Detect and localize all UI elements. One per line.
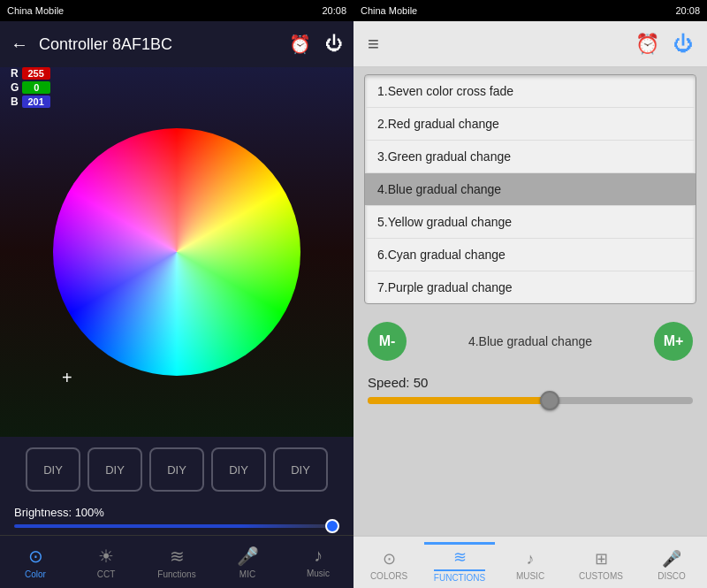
disco-nav-label: DISCO xyxy=(658,571,686,581)
right-nav-disco[interactable]: 🎤 DISCO xyxy=(636,537,707,588)
functions-list-container: 1.Seven color cross fade 2.Red gradual c… xyxy=(364,74,696,304)
left-top-bar: ← Controller 8AF1BC ⏰ ⏻ xyxy=(0,21,354,67)
music-right-nav-label: MUSIC xyxy=(516,571,544,581)
functions-right-nav-label: FUNCTIONS xyxy=(434,569,485,583)
diy-button-4[interactable]: DIY xyxy=(211,447,266,492)
brightness-section: Brightness: 100% xyxy=(0,502,354,535)
r-label-row: R 255 xyxy=(11,67,50,80)
left-nav-functions[interactable]: ≋ Functions xyxy=(141,536,212,588)
r-value: 255 xyxy=(22,67,50,80)
right-status-bar: China Mobile 20:08 xyxy=(354,0,707,21)
left-nav-music[interactable]: ♪ Music xyxy=(283,536,354,588)
color-wheel-container[interactable]: + xyxy=(0,67,354,437)
color-nav-label: Color xyxy=(25,569,46,579)
left-panel: China Mobile 20:08 ← Controller 8AF1BC ⏰… xyxy=(0,0,354,588)
left-nav-color[interactable]: ⊙ Color xyxy=(0,536,71,588)
function-item-4[interactable]: 4.Blue gradual change xyxy=(365,173,696,206)
right-top-bar: ≡ ⏰ ⏻ xyxy=(354,21,707,67)
diy-button-3[interactable]: DIY xyxy=(149,447,204,492)
g-label-row: G 0 xyxy=(11,81,50,94)
brightness-label: Brightness: 100% xyxy=(14,506,339,519)
right-power-icon[interactable]: ⏻ xyxy=(673,33,693,56)
function-item-7[interactable]: 7.Purple gradual change xyxy=(365,271,696,303)
g-letter: G xyxy=(11,81,19,94)
colors-nav-icon: ⊙ xyxy=(383,549,396,569)
function-item-2[interactable]: 2.Red gradual change xyxy=(365,108,696,141)
right-nav-music[interactable]: ♪ MUSIC xyxy=(495,537,566,588)
music-nav-icon: ♪ xyxy=(314,546,323,566)
disco-nav-icon: 🎤 xyxy=(662,549,681,569)
b-label-row: B 201 xyxy=(11,95,50,108)
right-time: 20:08 xyxy=(675,5,700,16)
right-panel: China Mobile 20:08 ≡ ⏰ ⏻ 1.Seven color c… xyxy=(354,0,707,588)
disco-indicator xyxy=(636,544,707,546)
cct-nav-label: CCT xyxy=(97,569,116,579)
colors-indicator xyxy=(354,544,424,546)
cct-nav-icon: ☀ xyxy=(98,546,114,567)
mic-nav-label: MIC xyxy=(239,569,255,579)
speed-slider[interactable] xyxy=(368,397,693,404)
speed-label: Speed: 50 xyxy=(368,375,693,390)
speed-fill xyxy=(368,397,546,404)
left-carrier: China Mobile xyxy=(7,5,64,16)
right-alarm-icon[interactable]: ⏰ xyxy=(635,33,659,56)
color-nav-icon: ⊙ xyxy=(28,546,43,567)
back-button[interactable]: ← xyxy=(11,34,28,55)
function-item-3[interactable]: 3.Green gradual change xyxy=(365,141,696,173)
customs-nav-icon: ⊞ xyxy=(595,549,608,569)
b-value: 201 xyxy=(22,95,50,108)
speed-thumb[interactable] xyxy=(540,391,559,410)
right-nav-customs[interactable]: ⊞ CUSTOMS xyxy=(566,537,636,588)
top-bar-icons: ⏰ ⏻ xyxy=(289,34,343,55)
diy-button-2[interactable]: DIY xyxy=(87,447,142,492)
functions-right-nav-icon: ≋ xyxy=(453,547,467,567)
r-letter: R xyxy=(11,67,19,80)
customs-indicator xyxy=(566,544,636,546)
m-minus-button[interactable]: M- xyxy=(368,322,407,361)
power-icon[interactable]: ⏻ xyxy=(325,34,343,55)
customs-nav-label: CUSTOMS xyxy=(579,571,623,581)
alarm-icon[interactable]: ⏰ xyxy=(289,34,311,55)
music-nav-label: Music xyxy=(307,569,330,578)
hamburger-icon[interactable]: ≡ xyxy=(368,33,379,56)
brightness-thumb[interactable] xyxy=(325,519,339,533)
right-top-actions: ⏰ ⏻ xyxy=(635,33,693,56)
music-right-nav-icon: ♪ xyxy=(527,550,535,569)
g-value: 0 xyxy=(22,81,50,94)
color-wheel[interactable] xyxy=(53,128,300,376)
speed-section: Speed: 50 xyxy=(354,371,707,415)
left-status-bar: China Mobile 20:08 xyxy=(0,0,354,21)
right-nav-functions[interactable]: ≋ FUNCTIONS xyxy=(424,537,495,588)
right-bottom-nav: ⊙ COLORS ≋ FUNCTIONS ♪ MUSIC ⊞ CUSTOMS 🎤… xyxy=(354,535,707,588)
rgb-labels: R 255 G 0 B 201 xyxy=(11,67,50,108)
mic-nav-icon: 🎤 xyxy=(237,546,259,567)
diy-row: DIY DIY DIY DIY DIY xyxy=(0,437,354,502)
left-nav-mic[interactable]: 🎤 MIC xyxy=(212,536,283,588)
color-crosshair: + xyxy=(62,368,76,382)
right-content-spacer xyxy=(354,415,707,535)
diy-button-1[interactable]: DIY xyxy=(26,447,80,492)
controls-row: M- 4.Blue gradual change M+ xyxy=(354,311,707,371)
diy-button-5[interactable]: DIY xyxy=(273,447,328,492)
b-letter: B xyxy=(11,95,19,108)
left-time: 20:08 xyxy=(322,5,346,16)
colors-nav-label: COLORS xyxy=(370,571,407,581)
m-plus-button[interactable]: M+ xyxy=(654,322,693,361)
function-item-1[interactable]: 1.Seven color cross fade xyxy=(365,75,696,108)
controller-title: Controller 8AF1BC xyxy=(39,35,289,54)
brightness-slider[interactable] xyxy=(14,524,339,528)
left-nav-cct[interactable]: ☀ CCT xyxy=(71,536,141,588)
right-nav-colors[interactable]: ⊙ COLORS xyxy=(354,537,424,588)
functions-indicator xyxy=(424,542,495,545)
function-item-5[interactable]: 5.Yellow gradual change xyxy=(365,206,696,239)
left-bottom-nav: ⊙ Color ☀ CCT ≋ Functions 🎤 MIC ♪ Music xyxy=(0,535,354,588)
music-indicator xyxy=(495,545,566,547)
function-item-6[interactable]: 6.Cyan gradual change xyxy=(365,239,696,271)
functions-nav-icon: ≋ xyxy=(170,546,185,567)
functions-nav-label: Functions xyxy=(157,569,195,579)
right-carrier: China Mobile xyxy=(361,5,417,16)
selected-function-label: 4.Blue gradual change xyxy=(407,334,654,348)
